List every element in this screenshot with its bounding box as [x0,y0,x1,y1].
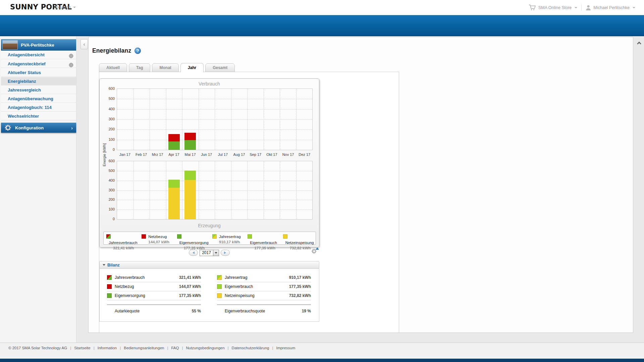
previous-year-button[interactable] [189,250,198,256]
bilanz-row-netzeinspeisung: Netzeinspeisung 732,82 kWh [217,291,311,300]
bar-netzeinspeisung [168,188,180,219]
online-store-menu[interactable]: SMA Online Store [529,4,577,11]
user-name-label: Michael Perlitschke [593,5,630,10]
sidebar-item-energiebilanz[interactable]: Energiebilanz [1,77,76,85]
sidebar-item-anlagenuebersicht[interactable]: Anlagenübersicht [1,51,76,59]
arrow-right-icon [224,251,226,254]
globe-icon [69,53,73,57]
bilanz-row-eigenverbrauchsquote: Eigenverbrauchsquote 19 % [217,306,311,316]
bilanz-label: Jahresverbrauch [115,275,179,280]
legend-label: Eigenversorgung [179,241,209,245]
plant-photo-thumbnail [2,40,18,50]
verbrauch-plot [117,88,313,150]
gridline [133,89,134,150]
bilanz-row-jahresverbrauch: Jahresverbrauch 321,41 kWh [107,273,201,282]
sidebar-item-label: Anlagenüberwachung [8,96,53,101]
tab-gesamt[interactable]: Gesamt [205,63,235,72]
tab-monat[interactable]: Monat [152,63,178,72]
y-axis-tick: 500 [101,96,115,101]
arrow-left-icon [193,251,195,254]
footer-copyright: © 2017 SMA Solar Technology AG [8,346,67,350]
help-icon[interactable] [135,48,141,54]
sidebar-item-anlagenlogbuch[interactable]: Anlagenlogbuch: 114 [1,103,76,112]
footer-link-information[interactable]: Information [98,346,117,350]
sidebar-nav: Anlagenübersicht Anlagensteckbrief Aktue… [1,51,76,120]
header-banner [0,15,644,36]
footer-link-bedienungsanleitungen[interactable]: Bedienungsanleitungen [124,346,164,350]
next-year-button[interactable] [221,250,230,256]
chart-title-erzeugung: Erzeugung [100,223,319,228]
export-arrow-icon [316,247,319,250]
y-axis-tick: 300 [101,117,115,121]
x-axis-label: Jul 17 [215,153,231,158]
bilanz-value: 321,41 kWh [179,275,201,280]
y-axis-tick: 200 [101,197,115,202]
footer-divider: | [70,346,71,350]
y-axis-tick: 200 [101,127,115,131]
legend-label: Netzbezug [148,235,167,239]
sidebar-item-konfiguration[interactable]: Konfiguration [1,123,76,133]
sidebar-item-jahresvergleich[interactable]: Jahresvergleich [1,85,76,94]
gridline [182,89,182,150]
bottom-accent-bar [0,359,644,362]
gridline [247,89,248,150]
chart-settings-button[interactable] [311,248,319,256]
gridline [166,161,166,219]
bilanz-value: 732,82 kWh [289,293,311,298]
chevron-down-icon [73,7,76,8]
legend-item: Eigenversorgung 177,35 kWh [174,233,210,244]
bilanz-label: Eigenverbrauch [225,284,289,289]
y-axis-top: 0100200300400500600 [101,88,115,150]
gridline [264,89,264,150]
footer-link-startseite[interactable]: Startseite [74,346,91,350]
legend-swatch [177,234,181,239]
year-value: 2017 [200,250,213,255]
footer-link-impressum[interactable]: Impressum [276,346,295,350]
plant-header[interactable]: PVA-Perlitschke [1,39,76,51]
legend-label: Eigenverbrauch [250,241,277,245]
sidebar-item-anlagensteckbrief[interactable]: Anlagensteckbrief [1,59,76,68]
gridline [247,161,248,219]
legend-value: 910,17 kWh [219,240,245,244]
bilanz-value: 177,35 kWh [289,284,311,289]
legend-item: Eigenverbrauch 177,35 kWh [245,233,280,244]
legend-swatch [212,234,217,239]
sidebar-collapse-button[interactable] [80,39,88,49]
user-icon [586,5,591,11]
footer-link-datenschutzerklaerung[interactable]: Datenschutzerklärung [232,346,269,350]
y-axis-tick: 500 [101,168,115,173]
gridline [215,89,215,150]
content-panel: Energiebilanz Aktuell Tag Monat Jahr Ges… [88,37,633,333]
bilanz-swatch [217,275,222,280]
language-selector[interactable]: Deutsch [55,5,76,10]
sidebar-item-label: Energiebilanz [8,79,36,84]
x-axis-label: Jun 17 [198,153,215,158]
footer-link-faq[interactable]: FAQ [171,346,179,350]
bilanz-value: 144,07 kWh [179,284,201,289]
bar-eigenverbrauch [184,171,196,180]
x-axis-label: Mai 17 [182,153,199,158]
chevron-down-icon [575,7,577,8]
tab-tag[interactable]: Tag [129,63,150,72]
gridline [296,161,297,219]
y-axis-tick: 600 [101,159,115,163]
y-axis-bottom: 0100200300400500600 [101,161,115,220]
tab-jahr[interactable]: Jahr [180,63,204,72]
footer-link-nutzungsbedingungen[interactable]: Nutzungsbedingungen [186,346,224,350]
legend-swatch [248,234,252,239]
chart-title-verbrauch: Verbrauch [100,81,319,86]
gridline [215,161,215,219]
konfiguration-label: Konfiguration [15,125,44,130]
scroll-to-top-button[interactable] [635,40,643,48]
tab-aktuell[interactable]: Aktuell [99,63,127,72]
bilanz-header[interactable]: Bilanz [99,261,319,269]
sidebar-item-aktueller-status[interactable]: Aktueller Status [1,68,76,77]
bilanz-label: Jahresertrag [225,275,289,280]
page-title: Energiebilanz [92,47,131,54]
user-menu[interactable]: Michael Perlitschke [586,5,635,11]
bar-netzbezug [168,134,180,141]
gridline [280,161,280,219]
sidebar-item-anlagenueberwachung[interactable]: Anlagenüberwachung [1,94,76,103]
year-select[interactable]: 2017 [200,250,219,256]
sidebar-item-wechselrichter[interactable]: Wechselrichter [1,112,76,120]
